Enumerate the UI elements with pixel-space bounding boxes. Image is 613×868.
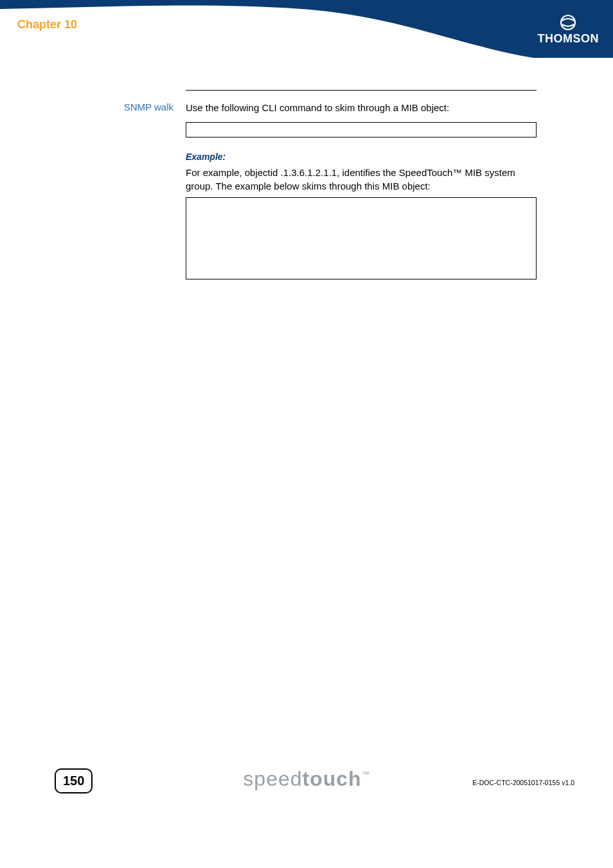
page-footer: 150 speedtouch™ E-DOC-CTC-20051017-0155 … xyxy=(0,756,613,868)
document-reference: E-DOC-CTC-20051017-0155 v1.0 xyxy=(472,779,574,786)
example-output-box xyxy=(186,197,537,279)
speedtouch-logo-light: speed xyxy=(243,767,302,790)
example-heading: Example: xyxy=(186,152,226,162)
speedtouch-logo-tm: ™ xyxy=(362,770,370,779)
speedtouch-logo: speedtouch™ xyxy=(243,767,369,791)
section-side-label: SNMP walk xyxy=(77,102,173,112)
page-header: Chapter 10 SpeedTouch™ Monitoring THOMSO… xyxy=(0,0,613,58)
chapter-number: Chapter 10 xyxy=(17,18,129,32)
page: Chapter 10 SpeedTouch™ Monitoring THOMSO… xyxy=(0,0,613,868)
section-intro-text: Use the following CLI command to skim th… xyxy=(186,102,537,114)
example-description: For example, objectid .1.3.6.1.2.1.1, id… xyxy=(186,166,537,193)
cli-command-box xyxy=(186,122,537,137)
speedtouch-logo-bold: touch xyxy=(303,767,362,790)
page-number: 150 xyxy=(55,768,93,793)
svg-point-1 xyxy=(561,15,575,30)
section-divider xyxy=(186,90,537,91)
header-text-block: Chapter 10 SpeedTouch™ Monitoring xyxy=(17,18,129,46)
thomson-brand-text: THOMSON xyxy=(538,32,600,46)
thomson-globe-icon xyxy=(560,14,576,31)
chapter-title: SpeedTouch™ Monitoring xyxy=(17,32,129,46)
thomson-logo: THOMSON xyxy=(538,14,600,46)
